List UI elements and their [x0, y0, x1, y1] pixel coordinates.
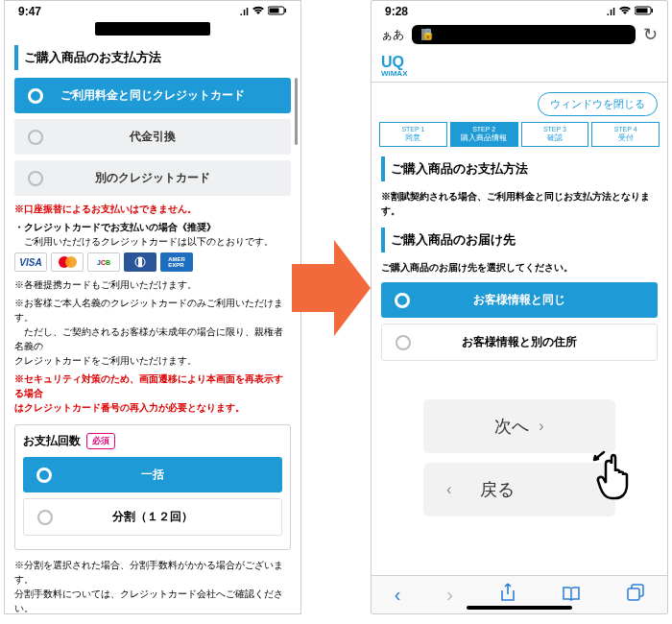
partner-cards-note: ※各種提携カードもご利用いただけます。 [14, 277, 291, 292]
required-badge: 必須 [86, 433, 115, 449]
svg-rect-7 [138, 257, 142, 267]
step-2: STEP 2購入商品情報 [450, 122, 518, 147]
installment-note: ※割賦契約される場合、ご利用料金と同じお支払方法となります。 [381, 189, 658, 218]
security-warn: ※セキュリティ対策のため、画面遷移により本画面を再表示する場合はクレジットカード… [14, 372, 291, 415]
back-button[interactable]: ‹戻る [423, 463, 615, 516]
diners-logo [124, 252, 156, 272]
radio-same-address[interactable]: お客様情報と同じ [381, 282, 658, 318]
signal-icon: .ıl [607, 6, 615, 17]
warn-no-bank: ※口座振替によるお支払いはできません。 [14, 202, 291, 216]
share-button[interactable] [499, 583, 516, 607]
step-indicator: STEP 1同意 STEP 2購入商品情報 STEP 3確認 STEP 4受付 [372, 122, 667, 147]
uq-logo: UQWiMAX [372, 51, 667, 78]
section-payment-method: ご購入商品のお支払方法 [14, 45, 291, 70]
url-bar: ぁあ 🔒 ↻ [372, 20, 667, 51]
bookmarks-button[interactable] [562, 584, 581, 606]
delivery-prompt: ご購入商品のお届け先を選択してください。 [381, 260, 658, 275]
svg-rect-12 [628, 588, 639, 600]
clock: 9:47 [18, 5, 41, 18]
chevron-right-icon: › [539, 418, 543, 435]
redacted-url [95, 22, 210, 36]
nav-forward-button[interactable]: › [446, 584, 453, 606]
radio-same-card[interactable]: ご利用料金と同じクレジットカード [14, 78, 291, 113]
battery-icon [635, 6, 654, 17]
radio-other-address[interactable]: お客様情報と別の住所 [381, 324, 658, 361]
radio-other-card[interactable]: 別のクレジットカード [14, 160, 291, 196]
jcb-logo: JCB [87, 252, 120, 272]
reload-button[interactable]: ↻ [643, 24, 658, 45]
home-indicator[interactable] [467, 606, 572, 610]
step-4: STEP 4受付 [591, 122, 660, 147]
chevron-left-icon: ‹ [446, 481, 451, 498]
svg-rect-1 [270, 9, 279, 13]
svg-rect-10 [652, 9, 654, 12]
own-card-note: ※お客様ご本人名義のクレジットカードのみご利用いただけます。 ただし、ご契約され… [14, 296, 291, 368]
radio-cod[interactable]: 代金引換 [14, 119, 291, 155]
arrow-icon [292, 240, 369, 336]
pointer-hand-icon [592, 450, 650, 503]
payment-count-box: お支払回数必須 一括 分割（１２回） [14, 424, 291, 550]
wifi-icon [618, 6, 632, 17]
visa-logo: VISA [14, 252, 47, 272]
clock: 9:28 [385, 5, 408, 18]
battery-icon [268, 6, 287, 17]
close-window-button[interactable]: ウィンドウを閉じる [538, 92, 658, 116]
signal-icon: .ıl [240, 6, 249, 17]
cc-note: ・クレジットカードでお支払いの場合《推奨》 ご利用いただけるクレジットカードは以… [14, 220, 291, 249]
status-bar: 9:47 .ıl [5, 1, 300, 20]
step-1: STEP 1同意 [379, 122, 447, 147]
url-field[interactable]: 🔒 [412, 25, 636, 44]
radio-lump[interactable]: 一括 [23, 457, 282, 492]
card-logos: VISA JCB AMEREXPR [14, 252, 291, 272]
status-bar: 9:28 .ıl [372, 1, 667, 20]
right-phone-screenshot: 9:28 .ıl ぁあ 🔒 ↻ UQWiMAX ウィンドウを閉じる STEP 1… [371, 0, 668, 614]
svg-rect-2 [285, 9, 287, 12]
next-button[interactable]: 次へ› [423, 399, 615, 453]
install-notes: ※分割を選択された場合、分割手数料がかかる場合がございます。分割手数料については… [14, 558, 291, 614]
paycount-label: お支払回数 [23, 433, 81, 449]
scrollbar[interactable] [295, 78, 298, 145]
svg-point-4 [65, 256, 77, 268]
wifi-icon [252, 6, 265, 17]
section-delivery: ご購入商品のお届け先 [381, 228, 658, 252]
text-size-button[interactable]: ぁあ [381, 27, 404, 43]
amex-logo: AMEREXPR [160, 252, 193, 272]
nav-back-button[interactable]: ‹ [395, 584, 401, 606]
left-phone-screenshot: 9:47 .ıl ご購入商品のお支払方法 ご利用料金と同じクレジットカード 代金… [4, 0, 301, 614]
section-payment-method: ご購入商品のお支払方法 [381, 156, 658, 181]
lock-icon: 🔒 [421, 28, 435, 40]
step-3: STEP 3確認 [521, 122, 589, 147]
radio-install[interactable]: 分割（１２回） [23, 498, 282, 536]
mastercard-logo [51, 252, 84, 272]
tabs-button[interactable] [627, 584, 644, 606]
svg-rect-9 [636, 9, 648, 13]
